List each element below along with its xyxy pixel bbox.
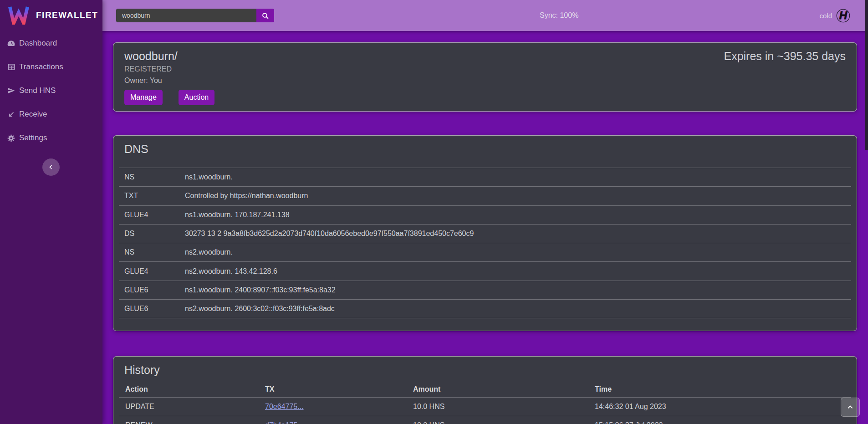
search-button[interactable] (256, 9, 274, 22)
sidebar-item-receive[interactable]: Receive (0, 102, 102, 126)
dns-row: NSns2.woodburn. (119, 243, 851, 261)
sidebar-item-send-hns[interactable]: Send HNS (0, 79, 102, 102)
dns-record-value: ns2.woodburn. 143.42.128.6 (185, 267, 851, 276)
dns-row: GLUE4ns1.woodburn. 170.187.241.138 (119, 205, 851, 224)
history-header-amount: Amount (413, 385, 595, 393)
history-card: History Action TX Amount Time UPDATE 70e… (113, 356, 857, 424)
send-icon (7, 87, 15, 95)
history-header-action: Action (119, 385, 265, 393)
dns-record-type: DS (119, 230, 185, 238)
dns-record-value: ns2.woodburn. (185, 248, 851, 256)
history-row: UPDATE 70e64775... 10.0 HNS 14:46:32 01 … (119, 398, 851, 416)
dashboard-icon (7, 39, 15, 48)
history-time: 15:15:06 27 Jul 2023 (595, 421, 851, 424)
dns-card: DNS NSns1.woodburn. TXTControlled by htt… (113, 135, 857, 331)
scroll-to-top-button[interactable] (841, 398, 860, 417)
history-header-tx: TX (265, 385, 413, 393)
sidebar: FIREWALLET Dashboard Transactions Send H… (0, 0, 102, 424)
sidebar-collapse-button[interactable] (42, 158, 60, 176)
dns-row: GLUE4ns2.woodburn. 143.42.128.6 (119, 261, 851, 280)
sync-status: Sync: 100% (540, 0, 578, 31)
gear-icon (7, 134, 15, 143)
svg-text:H: H (839, 9, 848, 21)
auction-button[interactable]: Auction (179, 90, 214, 105)
dns-row: TXTControlled by https://nathan.woodburn (119, 186, 851, 205)
dns-record-type: TXT (119, 192, 185, 200)
dns-record-type: NS (119, 173, 185, 181)
brand-logo-row: FIREWALLET (0, 0, 102, 25)
history-header-row: Action TX Amount Time (119, 381, 851, 398)
dns-row: GLUE6ns2.woodburn. 2600:3c02::f03c:93ff:… (119, 299, 851, 318)
receive-icon (7, 110, 15, 119)
dns-record-type: GLUE6 (119, 286, 185, 294)
dns-row: DS30273 13 2 9a3a8fb3d625d2a2073d740f10d… (119, 224, 851, 243)
dns-record-value: 30273 13 2 9a3a8fb3d625d2a2073d740f10da6… (185, 230, 851, 238)
brand-name: FIREWALLET (36, 10, 98, 20)
history-title: History (124, 363, 846, 377)
search-icon (261, 12, 269, 20)
dns-row: GLUE6ns1.woodburn. 2400:8907::f03c:93ff:… (119, 281, 851, 299)
tx-link[interactable]: d7b4e175... (265, 421, 304, 424)
history-header-time: Time (595, 385, 851, 393)
history-amount: 10.0 HNS (413, 421, 595, 424)
topbar: Sync: 100% cold H (102, 0, 868, 31)
dns-record-type: NS (119, 248, 185, 256)
history-amount: 10.0 HNS (413, 403, 595, 411)
search-input[interactable] (116, 9, 256, 22)
dns-table: NSns1.woodburn. TXTControlled by https:/… (119, 168, 851, 318)
dns-title: DNS (124, 142, 846, 156)
sidebar-item-label: Dashboard (19, 39, 57, 48)
wallet-indicator[interactable]: cold H (819, 0, 850, 31)
transactions-icon (7, 63, 15, 72)
scrollbar-thumb[interactable] (865, 0, 868, 150)
search-bar (116, 9, 274, 22)
sidebar-item-label: Send HNS (19, 86, 56, 95)
sidebar-item-transactions[interactable]: Transactions (0, 55, 102, 79)
history-action: UPDATE (119, 403, 265, 411)
firewallet-logo-icon (8, 5, 29, 25)
domain-actions: Manage Auction (124, 90, 846, 105)
manage-button[interactable]: Manage (124, 90, 163, 105)
dns-record-type: GLUE6 (119, 305, 185, 313)
domain-expiry: Expires in ~395.35 days (724, 49, 846, 63)
domain-card: woodburn/ REGISTERED Owner: You Manage A… (113, 42, 857, 112)
wallet-name: cold (819, 12, 832, 20)
chevron-up-icon (847, 404, 853, 410)
history-action: RENEW (119, 421, 265, 424)
history-table: Action TX Amount Time UPDATE 70e64775...… (119, 381, 851, 424)
domain-owner: Owner: You (124, 76, 846, 85)
sidebar-nav: Dashboard Transactions Send HNS Receive (0, 31, 102, 150)
dns-record-value: ns1.woodburn. (185, 173, 851, 181)
dns-record-value: Controlled by https://nathan.woodburn (185, 192, 851, 200)
handshake-icon: H (836, 9, 850, 23)
dns-record-value: ns1.woodburn. 2400:8907::f03c:93ff:fe5a:… (185, 286, 851, 294)
dns-record-type: GLUE4 (119, 267, 185, 276)
dns-record-value: ns1.woodburn. 170.187.241.138 (185, 211, 851, 219)
dns-record-type: GLUE4 (119, 211, 185, 219)
sidebar-item-label: Receive (19, 110, 47, 119)
domain-status: REGISTERED (124, 65, 846, 73)
sidebar-item-label: Transactions (19, 62, 63, 72)
history-row: RENEW d7b4e175... 10.0 HNS 15:15:06 27 J… (119, 416, 851, 424)
sidebar-item-dashboard[interactable]: Dashboard (0, 31, 102, 55)
tx-link[interactable]: 70e64775... (265, 403, 304, 410)
chevron-left-icon (48, 164, 54, 170)
dns-row: NSns1.woodburn. (119, 168, 851, 186)
sidebar-item-settings[interactable]: Settings (0, 126, 102, 150)
history-time: 14:46:32 01 Aug 2023 (595, 403, 851, 411)
sidebar-item-label: Settings (19, 133, 47, 143)
dns-record-value: ns2.woodburn. 2600:3c02::f03c:93ff:fe5a:… (185, 305, 851, 313)
